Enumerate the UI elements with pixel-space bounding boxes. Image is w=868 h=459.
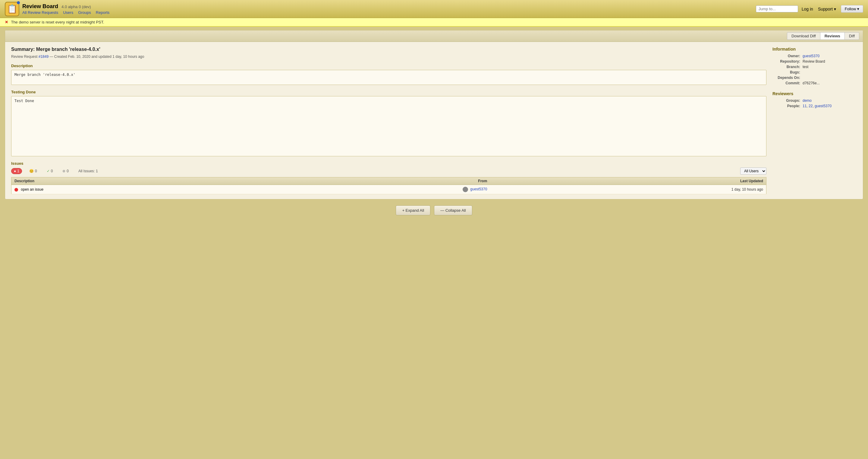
collapse-all-button[interactable]: — Collapse All — [434, 205, 472, 215]
dropped-count: 0 — [67, 169, 69, 173]
nav-links: All Review Requests Users Groups Reports — [22, 10, 756, 15]
reviews-tab[interactable]: Reviews — [820, 32, 845, 40]
issue-row[interactable]: open an issue guest5370 1 day, 10 hours … — [11, 185, 767, 194]
reviewers-heading: Reviewers — [772, 91, 857, 96]
jump-to-input[interactable] — [756, 5, 798, 12]
login-link[interactable]: Log in — [802, 7, 813, 11]
expand-all-button[interactable]: + Expand All — [396, 205, 430, 215]
information-panel: Information Owner: guest5370 Repository:… — [772, 47, 857, 85]
download-diff-button[interactable]: Download Diff — [787, 32, 820, 40]
info-repository-label: Repository: — [772, 59, 803, 64]
description-heading: Description — [11, 64, 767, 68]
reviewers-groups-value: demo — [803, 98, 812, 103]
testing-done-box: Test Done — [11, 96, 767, 156]
issue-description-text: open an issue — [21, 187, 43, 192]
info-branch-row: Branch: test — [772, 65, 857, 69]
issues-filters: ● 1 😊 0 ✓ 0 ⊗ 0 — [11, 167, 767, 175]
info-depends-on-row: Depends On: — [772, 75, 857, 80]
information-heading: Information — [772, 47, 857, 52]
reviewers-people-row: People: 11, 22, guest5370 — [772, 104, 857, 108]
resolved-count: 0 — [51, 169, 53, 173]
summary-value: Merge branch 'release-4.0.x' — [36, 47, 100, 52]
info-bugs-label: Bugs: — [772, 70, 803, 74]
circle-x-icon: ⊗ — [62, 169, 65, 173]
reviewers-people-value: 11, 22, guest5370 — [803, 104, 832, 108]
warning-text: The demo server is reset every night at … — [11, 20, 104, 24]
reviewers-people-label: People: — [772, 104, 803, 108]
open-dot-icon: ● — [14, 169, 16, 173]
issues-heading: Issues — [11, 161, 767, 166]
open-issues-badge[interactable]: ● 1 — [11, 168, 22, 174]
issues-col-last-updated: Last Updated — [490, 177, 766, 185]
app-version-text: 4.0 alpha 0 (dev) — [61, 4, 91, 9]
reviewers-panel: Reviewers Groups: demo People: 11, 22, g… — [772, 91, 857, 108]
info-owner-value: guest5370 — [803, 54, 819, 58]
summary-label: Summary: — [11, 47, 35, 52]
review-request-id-link[interactable]: #1849 — [38, 55, 49, 59]
top-right-area: Log in Support ▾ Follow ▾ — [756, 5, 863, 13]
users-select-wrapper: All Users — [740, 167, 767, 175]
warning-bar: ✕ The demo server is reset every night a… — [0, 18, 868, 27]
dropped-issues-badge[interactable]: ⊗ 0 — [60, 168, 71, 174]
close-warning-icon[interactable]: ✕ — [5, 20, 8, 24]
panel-topbar: Download Diff Reviews Diff — [5, 30, 863, 42]
owner-link[interactable]: guest5370 — [803, 54, 819, 58]
open-count: 1 — [17, 169, 19, 173]
info-repository-value: Review Board — [803, 59, 825, 64]
issue-from-link[interactable]: guest5370 — [470, 187, 487, 191]
info-owner-label: Owner: — [772, 54, 803, 58]
issue-description-cell: open an issue — [11, 185, 268, 194]
info-commit-label: Commit: — [772, 81, 803, 85]
review-request-separator: — — [50, 55, 54, 59]
reviewer-people-link[interactable]: 11 — [803, 104, 807, 108]
verif-count: 0 — [35, 169, 37, 173]
all-issues-label: All Issues: 1 — [79, 169, 98, 173]
nav-groups[interactable]: Groups — [78, 10, 91, 15]
nav-all-review-requests[interactable]: All Review Requests — [22, 10, 58, 15]
testing-done-text: Test Done — [14, 99, 34, 103]
top-right-links: Log in Support ▾ Follow ▾ — [802, 5, 863, 13]
user-avatar — [463, 187, 468, 192]
info-branch-value: test — [803, 65, 808, 69]
info-repository-row: Repository: Review Board — [772, 59, 857, 64]
nav-reports[interactable]: Reports — [96, 10, 110, 15]
panel-left: Summary: Merge branch 'release-4.0.x' Re… — [11, 47, 772, 194]
verif-issues-badge[interactable]: 😊 0 — [27, 168, 39, 174]
info-commit-row: Commit: d76276e... — [772, 81, 857, 85]
info-depends-on-label: Depends On: — [772, 75, 803, 80]
issues-table-body: open an issue guest5370 1 day, 10 hours … — [11, 185, 767, 194]
info-owner-row: Owner: guest5370 — [772, 54, 857, 58]
testing-done-heading: Testing Done — [11, 90, 767, 94]
verif-emoji: 😊 — [29, 169, 34, 173]
review-panel: Download Diff Reviews Diff Summary: Merg… — [5, 30, 863, 199]
reviewer-people-link[interactable]: guest5370 — [815, 104, 832, 108]
support-button[interactable]: Support ▾ — [818, 7, 836, 11]
users-select[interactable]: All Users — [740, 167, 767, 175]
reviewer-people-link[interactable]: 22 — [809, 104, 812, 108]
panel-right: Information Owner: guest5370 Repository:… — [772, 47, 857, 194]
diff-tab[interactable]: Diff — [845, 32, 859, 40]
issues-col-description: Description — [11, 177, 268, 185]
top-navigation: 📋 Review Board 4.0 alpha 0 (dev) All Rev… — [0, 0, 868, 18]
logo-image: 📋 — [5, 2, 19, 16]
info-commit-value: d76276e... — [803, 81, 820, 85]
issue-from-cell: guest5370 — [267, 185, 490, 194]
follow-button[interactable]: Follow ▾ — [841, 5, 863, 13]
nav-users[interactable]: Users — [63, 10, 73, 15]
app-logo: 📋 — [5, 2, 19, 16]
bottom-bar: + Expand All — Collapse All — [5, 199, 863, 218]
reviewers-groups-link[interactable]: demo — [803, 98, 812, 103]
reviewers-groups-row: Groups: demo — [772, 98, 857, 103]
review-request-line: Review Request #1849 — Created Feb. 10, … — [11, 55, 767, 59]
panel-body: Summary: Merge branch 'release-4.0.x' Re… — [5, 42, 863, 199]
summary-section: Summary: Merge branch 'release-4.0.x' — [11, 47, 767, 52]
review-request-created-text: Created Feb. 10, 2020 and updated 1 day,… — [54, 55, 144, 59]
info-bugs-row: Bugs: — [772, 70, 857, 74]
check-icon: ✓ — [47, 169, 50, 173]
resolved-issues-badge[interactable]: ✓ 0 — [44, 168, 56, 174]
reviewers-groups-label: Groups: — [772, 98, 803, 103]
app-title-area: Review Board 4.0 alpha 0 (dev) All Revie… — [22, 3, 756, 15]
issues-table-head: Description From Last Updated — [11, 177, 767, 185]
issues-table-header-row: Description From Last Updated — [11, 177, 767, 185]
issues-table: Description From Last Updated open an is… — [11, 177, 767, 194]
